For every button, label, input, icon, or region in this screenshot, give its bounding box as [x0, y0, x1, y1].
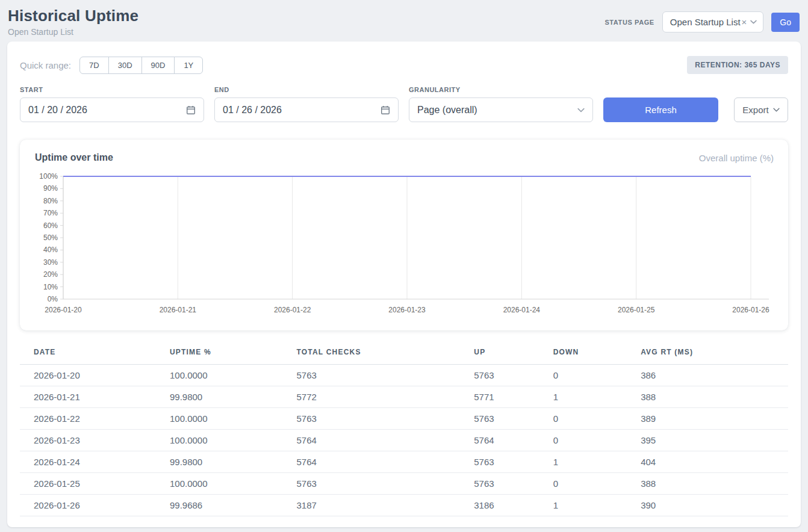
table-cell: 5764 [294, 430, 472, 451]
svg-text:80%: 80% [43, 197, 58, 205]
table-cell: 100.0000 [167, 365, 294, 386]
table-cell: 5763 [294, 473, 472, 495]
table-header-row: DATEUPTIME %TOTAL CHECKSUPDOWNAVG RT (MS… [20, 345, 788, 365]
quick-range-7d[interactable]: 7D [79, 57, 109, 74]
end-label: END [214, 86, 399, 93]
table-cell: 3186 [471, 495, 550, 516]
status-page-select[interactable]: Open Startup List × [662, 11, 764, 32]
table-row: 2026-01-2499.9800576457631404 [20, 451, 788, 473]
table-row: 2026-01-2699.9686318731861390 [20, 495, 788, 516]
chart-legend: Overall uptime (%) [699, 153, 774, 163]
start-label: START [20, 86, 204, 93]
svg-text:50%: 50% [43, 234, 58, 242]
table-row: 2026-01-2199.9800577257711388 [20, 386, 788, 408]
table-cell: 3187 [294, 495, 472, 516]
table-row: 2026-01-22100.0000576357630389 [20, 408, 788, 430]
page-header: Historical Uptime Open Startup List STAT… [0, 0, 808, 42]
svg-text:70%: 70% [43, 209, 58, 217]
chevron-down-icon [577, 108, 585, 113]
column-header: UP [471, 345, 550, 365]
page-subtitle: Open Startup List [8, 27, 138, 37]
retention-badge: RETENTION: 365 DAYS [687, 56, 788, 74]
granularity-label: GRANULARITY [409, 86, 593, 93]
svg-text:20%: 20% [43, 270, 58, 279]
svg-text:40%: 40% [43, 246, 58, 254]
svg-text:2026-01-20: 2026-01-20 [45, 306, 82, 314]
table-cell: 389 [638, 408, 788, 430]
export-button[interactable]: Export [734, 97, 788, 122]
quick-range-90d[interactable]: 90D [141, 57, 175, 74]
svg-text:100%: 100% [39, 172, 58, 181]
clear-icon[interactable]: × [742, 17, 747, 26]
table-cell: 388 [638, 473, 788, 495]
table-row: 2026-01-20100.0000576357630386 [20, 365, 788, 386]
table-cell: 5764 [294, 451, 472, 473]
table-cell: 5763 [471, 365, 550, 386]
chevron-down-icon [773, 108, 780, 112]
page-title: Historical Uptime [8, 7, 138, 25]
table-cell: 100.0000 [167, 408, 294, 430]
table-cell: 5763 [294, 365, 472, 386]
table-cell: 5763 [471, 473, 550, 495]
table-cell: 0 [551, 473, 638, 495]
svg-text:10%: 10% [43, 283, 58, 291]
calendar-icon[interactable] [381, 105, 390, 115]
table-cell: 1 [551, 451, 638, 473]
table-cell: 395 [638, 430, 788, 451]
end-date-input[interactable]: 01 / 26 / 2026 [214, 97, 399, 122]
table-cell: 99.9800 [167, 451, 294, 473]
svg-text:90%: 90% [43, 184, 58, 193]
table-cell: 0 [551, 365, 638, 386]
table-cell: 1 [551, 495, 638, 516]
main-card: Quick range: 7D 30D 90D 1Y RETENTION: 36… [7, 42, 801, 527]
table-cell: 5772 [294, 386, 472, 408]
svg-text:2026-01-22: 2026-01-22 [274, 306, 311, 314]
chevron-down-icon [750, 20, 757, 24]
table-cell: 2026-01-26 [20, 495, 167, 516]
calendar-icon[interactable] [186, 105, 196, 115]
uptime-table: DATEUPTIME %TOTAL CHECKSUPDOWNAVG RT (MS… [20, 345, 788, 516]
quick-range-30d[interactable]: 30D [108, 57, 142, 74]
table-cell: 5764 [471, 430, 550, 451]
table-cell: 2026-01-24 [20, 451, 167, 473]
chart-title: Uptime over time [35, 152, 113, 163]
table-cell: 2026-01-25 [20, 473, 167, 495]
table-cell: 386 [638, 365, 788, 386]
table-cell: 5771 [471, 386, 550, 408]
table-cell: 2026-01-21 [20, 386, 167, 408]
table-cell: 0 [551, 430, 638, 451]
chart-card: Uptime over time Overall uptime (%) 0%10… [20, 140, 788, 330]
table-cell: 100.0000 [167, 430, 294, 451]
table-cell: 2026-01-20 [20, 365, 167, 386]
quick-range-group: 7D 30D 90D 1Y [79, 57, 203, 74]
status-page-label: STATUS PAGE [604, 19, 654, 26]
table-cell: 5763 [471, 451, 550, 473]
table-cell: 5763 [294, 408, 472, 430]
column-header: AVG RT (MS) [638, 345, 788, 365]
uptime-chart: 0%10%20%30%40%50%60%70%80%90%100%2026-01… [34, 172, 774, 323]
column-header: DOWN [551, 345, 638, 365]
table-cell: 2026-01-23 [20, 430, 167, 451]
svg-text:30%: 30% [43, 258, 58, 267]
table-cell: 1 [551, 386, 638, 408]
column-header: DATE [20, 345, 167, 365]
table-row: 2026-01-23100.0000576457640395 [20, 430, 788, 451]
column-header: UPTIME % [167, 345, 294, 365]
status-page-value: Open Startup List [670, 17, 741, 27]
table-cell: 5763 [471, 408, 550, 430]
svg-text:2026-01-24: 2026-01-24 [503, 306, 541, 314]
start-date-input[interactable]: 01 / 20 / 2026 [20, 97, 204, 122]
table-cell: 388 [638, 386, 788, 408]
table-cell: 99.9686 [167, 495, 294, 516]
table-cell: 404 [638, 451, 788, 473]
go-button[interactable]: Go [771, 13, 800, 32]
table-cell: 2026-01-22 [20, 408, 167, 430]
table-cell: 390 [638, 495, 788, 516]
refresh-button[interactable]: Refresh [603, 97, 718, 122]
quick-range-1y[interactable]: 1Y [174, 57, 203, 74]
table-cell: 100.0000 [167, 473, 294, 495]
table-row: 2026-01-25100.0000576357630388 [20, 473, 788, 495]
granularity-select[interactable]: Page (overall) [409, 97, 593, 122]
svg-text:0%: 0% [48, 295, 58, 303]
column-header: TOTAL CHECKS [294, 345, 472, 365]
